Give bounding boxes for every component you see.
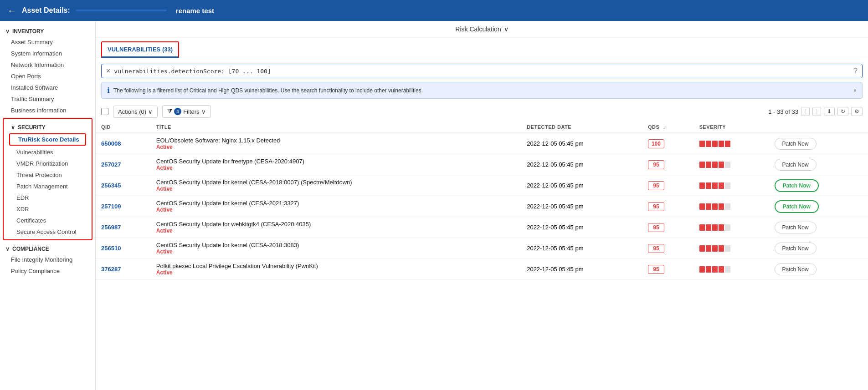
sidebar-item-vmdr-prioritization[interactable]: VMDR Prioritization <box>5 158 90 169</box>
cell-patch: Patch Now <box>769 217 868 238</box>
sidebar-item-file-integrity-monitoring[interactable]: File Integrity Monitoring <box>0 254 95 265</box>
qds-badge: 95 <box>648 160 664 169</box>
tab-vulnerabilities-label: VULNERABILITIES (33) <box>108 46 173 53</box>
page-first-button[interactable]: ⟨ <box>801 107 810 116</box>
qid-link[interactable]: 256345 <box>101 182 121 189</box>
sidebar-item-system-information[interactable]: System Information <box>0 48 95 59</box>
qid-link[interactable]: 257109 <box>101 203 121 210</box>
sidebar-item-traffic-summary[interactable]: Traffic Summary <box>0 93 95 105</box>
refresh-button[interactable]: ↻ <box>837 107 848 116</box>
tab-vulnerabilities[interactable]: VULNERABILITIES (33) <box>101 41 179 58</box>
cell-qid: 257109 <box>96 196 151 217</box>
sidebar-item-xdr[interactable]: XDR <box>5 203 90 215</box>
sidebar-item-vulnerabilities[interactable]: Vulnerabilities <box>5 147 90 158</box>
cell-qid: 650008 <box>96 133 151 154</box>
severity-bar <box>719 182 724 189</box>
search-help-button[interactable]: ? <box>853 67 858 75</box>
sidebar-item-secure-access-control[interactable]: Secure Access Control <box>5 226 90 238</box>
qid-link[interactable]: 650008 <box>101 140 121 147</box>
vuln-title-text: CentOS Security Update for kernel (CESA-… <box>156 179 516 186</box>
vuln-title-text: EOL/Obsolete Software: Nginx 1.15.x Dete… <box>156 137 516 144</box>
sidebar-section-compliance[interactable]: ∨ COMPLIANCE <box>0 242 95 254</box>
table-row: 256345 CentOS Security Update for kernel… <box>96 175 868 196</box>
sidebar-item-edr[interactable]: EDR <box>5 192 90 203</box>
cell-detected-date: 2022-12-05 05:45 pm <box>521 238 642 259</box>
patch-now-button[interactable]: Patch Now <box>775 222 817 233</box>
cell-severity <box>694 133 769 154</box>
qid-link[interactable]: 376287 <box>101 266 121 273</box>
sidebar-item-open-ports[interactable]: Open Ports <box>0 71 95 82</box>
table-row: 650008 EOL/Obsolete Software: Nginx 1.15… <box>96 133 868 154</box>
info-banner-close-button[interactable]: × <box>853 87 857 94</box>
qds-sort-icon[interactable]: ↓ <box>663 124 666 130</box>
sidebar-item-installed-software[interactable]: Installed Software <box>0 82 95 93</box>
cell-qds: 100 <box>642 133 694 154</box>
sidebar-section-security[interactable]: ∨ SECURITY <box>5 121 90 132</box>
cell-title: CentOS Security Update for kernel (CESA-… <box>151 175 521 196</box>
cell-patch: Patch Now <box>769 259 868 280</box>
cell-patch: Patch Now <box>769 196 868 217</box>
sidebar-item-certificates[interactable]: Certificates <box>5 215 90 226</box>
filters-dropdown-button[interactable]: ⧩ 4 Filters ∨ <box>162 105 211 118</box>
asset-name-box[interactable] <box>76 10 167 11</box>
severity-bar <box>719 224 724 231</box>
back-button[interactable]: ← <box>7 5 16 16</box>
cell-detected-date: 2022-12-05 05:45 pm <box>521 259 642 280</box>
sidebar-item-policy-compliance[interactable]: Policy Compliance <box>0 265 95 277</box>
cell-qid: 376287 <box>96 259 151 280</box>
sidebar-item-network-information[interactable]: Network Information <box>0 59 95 71</box>
info-icon: ℹ <box>107 86 110 95</box>
col-header-qds: QDS ↓ <box>642 122 694 133</box>
vulnerabilities-table: QID TITLE DETECTED DATE QDS ↓ SEVERITY 6… <box>96 122 868 280</box>
qid-link[interactable]: 256510 <box>101 245 121 252</box>
search-close-button[interactable]: × <box>106 67 110 75</box>
sidebar-section-inventory[interactable]: ∨ INVENTORY <box>0 25 95 36</box>
patch-now-button[interactable]: Patch Now <box>775 263 817 275</box>
patch-now-button[interactable]: Patch Now <box>775 200 819 213</box>
sidebar-item-business-information[interactable]: Business Information <box>0 105 95 116</box>
patch-now-button[interactable]: Patch Now <box>775 159 817 171</box>
search-query-text: vulnerabilities.detectionScore: [70 ... … <box>114 68 853 75</box>
vuln-status-active: Active <box>156 228 516 234</box>
severity-bar <box>699 141 705 147</box>
qid-link[interactable]: 256987 <box>101 224 121 231</box>
vuln-status-active: Active <box>156 248 516 255</box>
patch-now-button[interactable]: Patch Now <box>775 138 817 150</box>
severity-bar <box>725 224 730 231</box>
select-all-checkbox[interactable] <box>101 108 108 115</box>
patch-now-button[interactable]: Patch Now <box>775 243 817 254</box>
cell-qid: 256987 <box>96 217 151 238</box>
severity-bar <box>712 224 718 231</box>
sidebar: ∨ INVENTORY Asset Summary System Informa… <box>0 21 96 390</box>
severity-bar <box>719 203 724 210</box>
severity-bar <box>725 182 730 189</box>
severity-bar <box>706 224 711 231</box>
settings-button[interactable]: ⚙ <box>851 107 863 116</box>
cell-severity <box>694 259 769 280</box>
vuln-title-text: CentOS Security Update for webkitgtk4 (C… <box>156 221 516 228</box>
sidebar-item-threat-protection[interactable]: Threat Protection <box>5 169 90 181</box>
actions-dropdown-button[interactable]: Actions (0) ∨ <box>113 106 158 118</box>
sidebar-item-asset-summary[interactable]: Asset Summary <box>0 36 95 48</box>
cell-detected-date: 2022-12-05 05:45 pm <box>521 154 642 175</box>
risk-calculation-button[interactable]: Risk Calculation ∨ <box>455 25 508 33</box>
severity-bar <box>699 245 705 252</box>
cell-severity <box>694 196 769 217</box>
qid-link[interactable]: 257027 <box>101 161 121 168</box>
chevron-down-icon-security: ∨ <box>11 124 15 131</box>
sidebar-item-trurisk-score-details[interactable]: TruRisk Score Details <box>9 133 86 146</box>
vuln-status-active: Active <box>156 207 516 213</box>
cell-title: CentOS Security Update for webkitgtk4 (C… <box>151 217 521 238</box>
severity-bar <box>712 203 718 210</box>
page-next-button[interactable]: ⟩ <box>812 107 821 116</box>
cell-patch: Patch Now <box>769 133 868 154</box>
cell-title: CentOS Security Update for kernel (CESA-… <box>151 238 521 259</box>
table-header-row: QID TITLE DETECTED DATE QDS ↓ SEVERITY <box>96 122 868 133</box>
patch-now-button[interactable]: Patch Now <box>775 179 819 192</box>
download-button[interactable]: ⬇ <box>824 107 835 116</box>
col-header-detected-date: DETECTED DATE <box>521 122 642 133</box>
qds-badge: 95 <box>648 244 664 253</box>
vuln-status-active: Active <box>156 269 516 276</box>
sidebar-item-patch-management[interactable]: Patch Management <box>5 181 90 192</box>
actions-label: Actions (0) <box>118 108 146 115</box>
